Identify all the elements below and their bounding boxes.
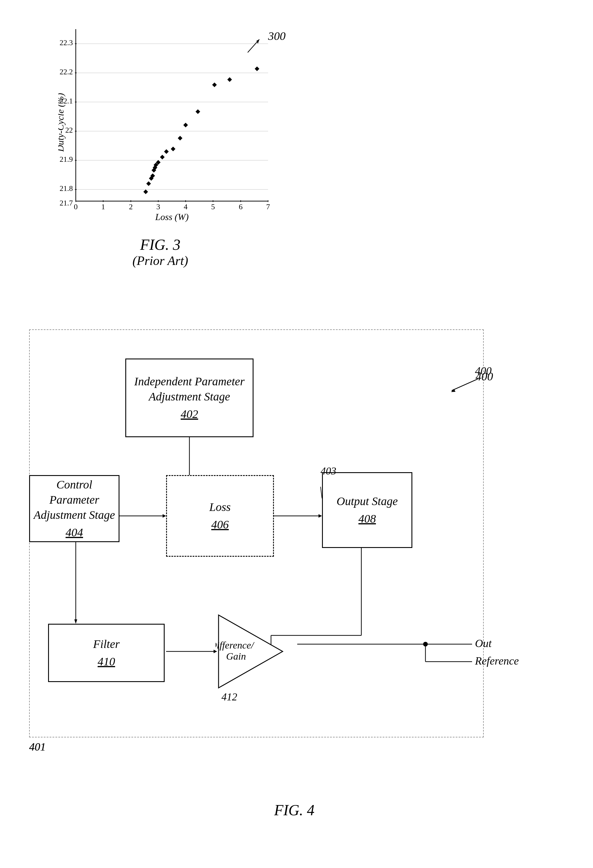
reference-label: Reference xyxy=(475,654,519,667)
svg-text:22.2: 22.2 xyxy=(60,68,73,76)
svg-text:Difference/: Difference/ xyxy=(215,640,255,651)
filter-ref: 410 xyxy=(97,654,115,669)
svg-text:21.7: 21.7 xyxy=(60,199,73,207)
out-label: Out xyxy=(475,637,491,650)
svg-marker-55 xyxy=(255,66,260,71)
svg-text:3: 3 xyxy=(156,202,160,211)
fig4-section: 401 400 xyxy=(18,306,571,831)
output-stage-title: Output Stage xyxy=(336,494,398,509)
fig3-section: 300 22.3 22.2 22.1 22 21.9 21.8 21.7 xyxy=(29,12,291,274)
control-param-title: Control Parameter Adjustment Stage xyxy=(30,477,119,523)
svg-text:22: 22 xyxy=(65,126,73,134)
fig3-title: FIG. 3 xyxy=(29,236,291,253)
svg-text:1: 1 xyxy=(102,202,105,211)
svg-text:Gain: Gain xyxy=(226,651,246,661)
svg-text:21.8: 21.8 xyxy=(60,184,73,193)
svg-marker-51 xyxy=(183,123,188,127)
svg-text:0: 0 xyxy=(74,202,78,211)
chart-area: 22.3 22.2 22.1 22 21.9 21.8 21.7 0 1 2 3… xyxy=(58,21,277,224)
output-stage-ref: 408 xyxy=(358,511,376,526)
fig4-title: FIG. 4 xyxy=(18,802,571,819)
loss-title: Loss xyxy=(209,500,230,515)
ref-403: 403 xyxy=(320,465,336,477)
loss-ref: 406 xyxy=(211,517,229,532)
ref-412: 412 xyxy=(221,691,237,703)
svg-marker-39 xyxy=(143,189,148,194)
scatter-chart: 22.3 22.2 22.1 22 21.9 21.8 21.7 0 1 2 3… xyxy=(58,21,277,224)
svg-marker-53 xyxy=(212,83,217,87)
loss-block: Loss 406 xyxy=(166,475,274,557)
svg-text:5: 5 xyxy=(211,202,215,211)
svg-text:2: 2 xyxy=(129,202,133,211)
independent-param-ref: 402 xyxy=(181,407,198,422)
independent-param-block: Independent Parameter Adjustment Stage 4… xyxy=(125,359,254,437)
svg-marker-52 xyxy=(196,109,200,114)
diffgain-block-svg: Difference/ Gain xyxy=(215,612,286,691)
ref-401-label: 401 xyxy=(29,740,46,753)
filter-title: Filter xyxy=(93,636,119,652)
control-param-ref: 404 xyxy=(66,525,83,540)
svg-marker-50 xyxy=(178,136,182,140)
svg-marker-40 xyxy=(146,181,151,186)
ref-400-label: 400 xyxy=(476,370,493,383)
fig4-caption: FIG. 4 xyxy=(18,802,571,819)
svg-marker-49 xyxy=(171,147,176,151)
svg-text:4: 4 xyxy=(184,202,188,211)
svg-marker-48 xyxy=(164,149,169,154)
svg-marker-57 xyxy=(257,39,260,44)
svg-text:7: 7 xyxy=(266,202,270,211)
filter-block: Filter 410 xyxy=(48,624,165,682)
svg-marker-47 xyxy=(160,155,165,159)
fig3-caption: FIG. 3 (Prior Art) xyxy=(29,236,291,268)
svg-text:Duty-Cycle (%): Duty-Cycle (%) xyxy=(58,93,66,152)
control-param-block: Control Parameter Adjustment Stage 404 xyxy=(29,475,119,542)
fig3-subtitle: (Prior Art) xyxy=(29,253,291,268)
svg-text:22.3: 22.3 xyxy=(60,38,73,47)
svg-marker-54 xyxy=(227,77,232,82)
independent-param-title: Independent Parameter Adjustment Stage xyxy=(126,374,253,404)
svg-text:Loss (W): Loss (W) xyxy=(155,212,189,222)
svg-text:6: 6 xyxy=(239,202,243,211)
svg-text:21.9: 21.9 xyxy=(60,155,73,164)
output-stage-block: Output Stage 408 xyxy=(322,472,412,548)
